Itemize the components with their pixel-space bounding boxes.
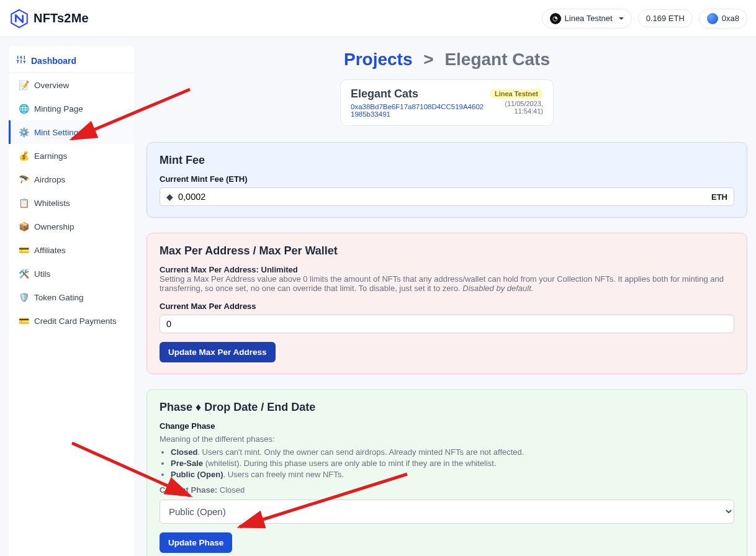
sidebar-dashboard[interactable]: Dashboard: [9, 48, 134, 73]
sidebar-item-mint-settings[interactable]: ⚙️Mint Settings: [9, 120, 134, 144]
phase-meaning-item: Pre-Sale (whitelist). During this phase …: [171, 459, 734, 468]
phase-meaning-list: Closed. Users can't mint. Only the owner…: [171, 447, 734, 479]
balance-text: 0.169 ETH: [646, 14, 685, 23]
sidebar-item-icon: 📝: [18, 80, 29, 90]
max-addr-field-label: Current Max Per Address: [160, 302, 734, 311]
phase-title: Phase ♦ Drop Date / End Date: [160, 401, 734, 414]
network-label: Linea Testnet: [565, 14, 613, 23]
wallet-short: 0xa8: [722, 14, 739, 23]
max-addr-current-value: Unlimited: [261, 265, 298, 274]
sidebar-item-whitelists[interactable]: 📋Whitelists: [9, 191, 134, 215]
phase-meaning-item: Closed. Users can't mint. Only the owner…: [171, 447, 734, 457]
breadcrumb-sep: >: [423, 50, 433, 69]
sidebar-item-icon: 🛠️: [18, 269, 29, 279]
sidebar-item-affiliates[interactable]: 💳Affiliates: [9, 238, 134, 262]
sidebar-item-label: Overview: [34, 81, 69, 90]
network-icon: ◔: [550, 13, 561, 24]
phase-select[interactable]: Public (Open): [160, 500, 734, 524]
wallet-pill[interactable]: 0xa8: [699, 9, 747, 29]
max-addr-input[interactable]: [166, 319, 727, 329]
network-badge: Linea Testnet: [490, 89, 543, 99]
project-created: (11/05/2023, 11:54:41): [490, 100, 543, 115]
chevron-down-icon: [616, 14, 624, 23]
mint-fee-input-wrap: ◆ ETH: [160, 187, 734, 206]
update-max-per-address-button[interactable]: Update Max Per Address: [160, 342, 276, 362]
max-per-address-panel: Max Per Address / Max Per Wallet Current…: [146, 233, 747, 374]
sidebar-item-label: Mint Settings: [34, 128, 83, 137]
eth-icon: ◆: [166, 192, 173, 202]
mint-fee-title: Mint Fee: [160, 154, 734, 167]
sliders-icon: [16, 55, 26, 66]
mint-fee-panel: Mint Fee Current Mint Fee (ETH) ◆ ETH: [146, 142, 747, 218]
phase-meaning-item: Public (Open). Users can freely mint new…: [171, 470, 734, 479]
sidebar-item-minting-page[interactable]: 🌐Minting Page: [9, 97, 134, 120]
sidebar-item-label: Token Gating: [34, 293, 84, 302]
mint-fee-unit: ETH: [711, 192, 727, 202]
project-card: Elegant Cats 0xa38Bd7Be6F17a87108D4CC519…: [340, 79, 554, 126]
sidebar-item-token-gating[interactable]: 🛡️Token Gating: [9, 285, 134, 309]
brand-logo-icon: [9, 8, 30, 29]
sidebar-header-label: Dashboard: [31, 56, 76, 66]
topbar-right: ◔ Linea Testnet 0.169 ETH 0xa8: [542, 9, 747, 29]
sidebar-item-label: Affiliates: [34, 246, 66, 255]
max-addr-input-wrap: [160, 315, 734, 333]
current-phase: Current Phase: Closed: [160, 485, 734, 495]
breadcrumb: Projects > Elegant Cats: [146, 50, 747, 70]
breadcrumb-current: Elegant Cats: [444, 50, 550, 69]
network-selector[interactable]: ◔ Linea Testnet: [542, 9, 632, 29]
sidebar-item-icon: 🪂: [18, 174, 29, 184]
breadcrumb-root[interactable]: Projects: [344, 50, 413, 69]
brand[interactable]: NFTs2Me: [9, 8, 89, 29]
sidebar-item-credit-card-payments[interactable]: 💳Credit Card Payments: [9, 309, 134, 333]
sidebar-item-label: Minting Page: [34, 104, 83, 114]
brand-name: NFTs2Me: [34, 11, 89, 25]
sidebar-item-label: Earnings: [34, 151, 67, 161]
sidebar-item-utils[interactable]: 🛠️Utils: [9, 262, 134, 285]
phase-panel: Phase ♦ Drop Date / End Date Change Phas…: [146, 389, 747, 556]
topbar: NFTs2Me ◔ Linea Testnet 0.169 ETH 0xa8: [0, 0, 756, 37]
max-addr-current-label: Current Max Per Address:: [160, 265, 259, 274]
mint-fee-input[interactable]: [178, 192, 706, 202]
sidebar-item-airdrops[interactable]: 🪂Airdrops: [9, 168, 134, 191]
sidebar-item-icon: 📋: [18, 198, 29, 208]
sidebar-item-icon: ⚙️: [18, 127, 29, 137]
max-addr-note: Setting a Max Per Address value above 0 …: [160, 274, 734, 293]
globe-icon: [707, 13, 718, 24]
sidebar-item-overview[interactable]: 📝Overview: [9, 73, 134, 97]
sidebar-item-label: Ownership: [34, 222, 74, 231]
update-phase-button[interactable]: Update Phase: [160, 532, 232, 553]
sidebar-item-icon: 🌐: [18, 104, 29, 114]
sidebar-item-icon: 💳: [18, 316, 29, 326]
main: Projects > Elegant Cats Elegant Cats 0xa…: [146, 46, 747, 556]
sidebar-item-icon: 💳: [18, 245, 29, 255]
project-name: Elegant Cats: [351, 87, 485, 101]
max-addr-title: Max Per Address / Max Per Wallet: [160, 244, 734, 258]
sidebar-item-icon: 💰: [18, 151, 29, 161]
sidebar-item-earnings[interactable]: 💰Earnings: [9, 144, 134, 168]
sidebar-item-label: Airdrops: [34, 175, 65, 184]
sidebar-item-label: Utils: [34, 269, 50, 279]
phase-meaning-label: Meaning of the different phases:: [160, 434, 734, 444]
sidebar-item-icon: 🛡️: [18, 292, 29, 302]
balance-pill: 0.169 ETH: [638, 9, 693, 27]
mint-fee-label: Current Mint Fee (ETH): [160, 174, 734, 184]
sidebar: Dashboard 📝Overview🌐Minting Page⚙️Mint S…: [9, 46, 134, 556]
change-phase-label: Change Phase: [160, 421, 734, 431]
sidebar-item-label: Credit Card Payments: [34, 316, 117, 326]
project-address[interactable]: 0xa38Bd7Be6F17a87108D4CC519A46021985b334…: [351, 103, 485, 118]
sidebar-item-icon: 📦: [18, 222, 29, 231]
sidebar-item-ownership[interactable]: 📦Ownership: [9, 215, 134, 238]
sidebar-item-label: Whitelists: [34, 199, 70, 208]
